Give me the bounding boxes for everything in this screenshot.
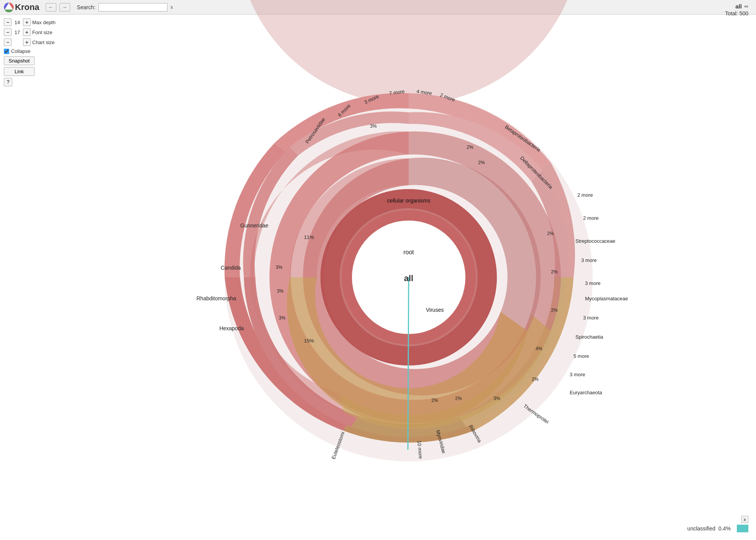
chart-size-label: Chart size bbox=[32, 40, 55, 45]
2pct-2: 2% bbox=[478, 160, 485, 165]
viruses-label: Viruses bbox=[426, 307, 444, 313]
search-label: Search: bbox=[77, 4, 95, 10]
link-button[interactable]: Link bbox=[4, 67, 35, 76]
center-all-label: all bbox=[404, 273, 413, 283]
hexapoda-text: Hexapoda bbox=[219, 325, 244, 331]
2pct-b: 2% bbox=[431, 398, 438, 403]
2more-r2: 2 more bbox=[583, 215, 598, 221]
krona-logo-icon bbox=[4, 2, 14, 12]
viruses-separator bbox=[408, 277, 409, 450]
legend-item-label: unclassified bbox=[687, 525, 715, 532]
left-panel: − 14 + Max depth − 17 + Font size − + Ch… bbox=[0, 15, 65, 90]
max-depth-control: − 14 + Max depth bbox=[4, 18, 61, 26]
euteleostomi-pct: 15% bbox=[304, 338, 314, 344]
logo-text: Krona bbox=[15, 2, 39, 12]
4pct: 4% bbox=[536, 346, 542, 351]
mycoplasmataceae-text: Mycoplasmataceae bbox=[585, 296, 628, 301]
collapse-control: Collapse bbox=[4, 48, 61, 54]
euryarchaeota-text: Euryarchaeota bbox=[570, 390, 602, 395]
all-link[interactable]: all bbox=[735, 3, 742, 10]
svg-point-1 bbox=[7, 5, 11, 9]
5more-text: 5 more bbox=[574, 353, 589, 359]
legend-item-pct: 0.4% bbox=[718, 525, 734, 532]
3more-r3: 3 more bbox=[583, 315, 598, 321]
max-depth-decrease-button[interactable]: − bbox=[4, 18, 12, 26]
krona-chart[interactable]: all root cellular organisms Viruses Gunn… bbox=[198, 66, 620, 488]
legend: x unclassified 0.4% bbox=[687, 516, 748, 532]
rhabditomorpha-text: Rhabditomorpha bbox=[196, 295, 236, 301]
max-depth-increase-button[interactable]: + bbox=[23, 18, 31, 26]
max-depth-label: Max depth bbox=[32, 20, 56, 25]
gunneridae-text: Gunneridae bbox=[240, 222, 268, 229]
font-size-value: 17 bbox=[13, 30, 21, 35]
3pct-top: 3% bbox=[370, 123, 377, 129]
nav-forward-button[interactable]: → bbox=[59, 3, 70, 12]
candida-pct: 3% bbox=[276, 265, 283, 270]
streptococcaceae-text: Streptococcaceae bbox=[575, 238, 615, 244]
2pct-5: 2% bbox=[455, 396, 462, 401]
chart-area: all root cellular organisms Viruses Gunn… bbox=[61, 15, 756, 540]
3pct-br: 3% bbox=[493, 396, 500, 401]
3more-r1: 3 more bbox=[581, 257, 597, 263]
2pct-1: 2% bbox=[467, 145, 473, 150]
chart-size-increase-button[interactable]: + bbox=[23, 38, 31, 46]
legend-close-button[interactable]: x bbox=[741, 516, 749, 523]
hexapoda-pct: 3% bbox=[279, 315, 286, 321]
font-size-control: − 17 + Font size bbox=[4, 28, 61, 36]
3more-r2: 3 more bbox=[585, 280, 600, 286]
nav-back-button[interactable]: ← bbox=[46, 3, 56, 12]
2more-r1: 2 more bbox=[577, 192, 593, 198]
cellular-organisms-label: cellular organisms bbox=[387, 198, 431, 204]
collapse-label: Collapse bbox=[11, 48, 31, 54]
2pct-r: 2% bbox=[547, 231, 554, 236]
collapse-checkbox[interactable] bbox=[4, 49, 9, 54]
2pct-4: 2% bbox=[532, 377, 539, 382]
logo: Krona bbox=[4, 2, 39, 12]
gunneridae-pct: 11% bbox=[304, 234, 314, 240]
legend-color-swatch bbox=[737, 525, 748, 532]
help-button[interactable]: ? bbox=[4, 78, 12, 86]
font-size-decrease-button[interactable]: − bbox=[4, 28, 12, 36]
3more-r4: 3 more bbox=[570, 372, 585, 377]
2pct-mr: 2% bbox=[551, 269, 558, 275]
spirochaetia-text: Spirochaetia bbox=[575, 334, 603, 340]
chart-size-decrease-button[interactable]: − bbox=[4, 38, 12, 46]
root-label: root bbox=[403, 249, 414, 255]
snapshot-button[interactable]: Snapshot bbox=[4, 56, 35, 65]
search-input[interactable] bbox=[99, 3, 168, 12]
2pct-3: 2% bbox=[551, 308, 558, 313]
rhabditomorpha-pct: 3% bbox=[277, 288, 284, 294]
candida-text: Candida bbox=[221, 265, 241, 271]
max-depth-value: 14 bbox=[13, 20, 21, 25]
chart-size-control: − + Chart size bbox=[4, 38, 61, 46]
search-clear-button[interactable]: x bbox=[171, 4, 173, 10]
expand-icon: ⇔ bbox=[744, 3, 748, 9]
font-size-label: Font size bbox=[32, 30, 53, 35]
font-size-increase-button[interactable]: + bbox=[23, 28, 31, 36]
